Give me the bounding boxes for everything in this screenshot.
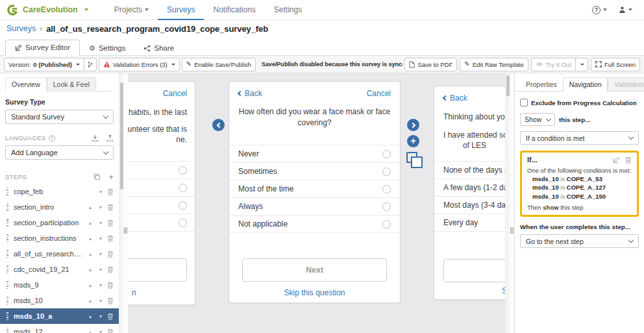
exclude-progress-checkbox[interactable] [520, 99, 528, 106]
try-it-out-caret-button[interactable] [575, 58, 588, 71]
nav-item-projects[interactable]: Projects [105, 0, 158, 20]
move-step-up-icon[interactable]: ▴ [85, 298, 95, 304]
tab-properties[interactable]: Properties [520, 78, 563, 91]
move-step-down-icon[interactable]: ▾ [95, 220, 106, 226]
drag-handle-icon[interactable] [6, 203, 8, 211]
condition-mode-select[interactable]: If a condition is met [520, 131, 639, 145]
nav-item-surveys[interactable]: Surveys [158, 0, 204, 20]
answer-option-row[interactable]: Most days (3-4 days [434, 196, 505, 214]
step-row[interactable]: cdc_covid_19_21 ▴ ▾ [0, 262, 119, 277]
step-row[interactable]: section_intro ▴ ▾ [0, 199, 119, 215]
drag-handle-icon[interactable] [6, 234, 8, 242]
answer-option-row[interactable]: Every day [434, 214, 505, 231]
user-menu[interactable] [619, 6, 632, 14]
tab-settings[interactable]: ⚙ Settings [80, 41, 134, 55]
duplicate-step-button[interactable] [406, 152, 421, 166]
move-step-down-icon[interactable]: ▾ [95, 204, 106, 210]
radio-button[interactable] [382, 203, 391, 211]
drag-handle-icon[interactable] [6, 281, 8, 289]
drag-handle-icon[interactable] [6, 328, 8, 333]
version-dropdown-button[interactable]: Version:0 (Published) [4, 58, 84, 71]
move-step-down-icon[interactable]: ▾ [95, 329, 106, 333]
move-step-down-icon[interactable]: ▾ [95, 282, 106, 288]
trash-icon[interactable] [107, 235, 114, 242]
move-step-down-icon[interactable]: ▾ [95, 298, 106, 304]
tab-share[interactable]: Share [134, 41, 183, 55]
trash-icon[interactable] [107, 251, 114, 258]
answer-option-row[interactable]: Never [229, 145, 400, 162]
drag-handle-icon[interactable] [6, 188, 8, 195]
survey-type-select[interactable]: Standard Survey [5, 110, 114, 124]
step-row[interactable]: msds_12 ▴ ▾ [0, 324, 119, 333]
tab-look-and-feel[interactable]: Look & Feel [47, 77, 96, 91]
answer-option-row[interactable]: A few days (1-2 day [434, 179, 505, 196]
add-step-button[interactable]: + [407, 135, 419, 147]
answer-option-row[interactable]: None of the days (0 [434, 161, 505, 179]
cancel-link[interactable]: Cancel [367, 89, 391, 98]
tab-overview[interactable]: Overview [5, 77, 47, 92]
radio-button[interactable] [382, 185, 391, 193]
try-it-out-button[interactable]: Try It Out [531, 58, 576, 71]
move-step-up-icon[interactable]: ▴ [85, 220, 95, 226]
back-link[interactable]: Back [238, 89, 262, 98]
answer-option-row[interactable] [128, 161, 195, 179]
help-menu[interactable]: ? [592, 6, 607, 14]
step-row[interactable]: section_participation ▴ ▾ [0, 215, 119, 230]
enable-save-publish-button[interactable]: ✎ Enable Save/Publish [182, 58, 256, 71]
step-row[interactable]: msds_9 ▴ ▾ [0, 277, 119, 293]
move-step-down-icon[interactable]: ▾ [95, 236, 106, 241]
move-step-up-icon[interactable]: ▴ [85, 267, 95, 273]
answer-option-row[interactable] [128, 196, 195, 214]
upload-icon[interactable] [106, 134, 114, 142]
radio-button[interactable] [382, 150, 391, 158]
resize-grip[interactable] [124, 227, 127, 234]
trash-icon[interactable] [107, 188, 114, 195]
trash-icon[interactable] [107, 297, 114, 304]
next-button-partial[interactable] [443, 259, 505, 282]
step-row[interactable]: all_of_us_research_program... ▴ ▾ [0, 246, 119, 262]
tab-survey-editor[interactable]: Survey Editor [5, 40, 80, 56]
drag-handle-icon[interactable] [6, 312, 8, 320]
skip-question-link[interactable]: Skip this question [229, 288, 400, 297]
completes-select[interactable]: Go to the next step [520, 234, 639, 248]
radio-button[interactable] [179, 219, 187, 227]
brand-menu[interactable]: CareEvolution [6, 4, 88, 16]
validation-errors-button[interactable]: Validation Errors (3) [99, 58, 180, 71]
trash-icon[interactable] [625, 156, 632, 164]
step-row[interactable]: section_instructions ▴ ▾ [0, 230, 119, 246]
nav-item-notifications[interactable]: Notifications [204, 0, 264, 20]
drag-handle-icon[interactable] [6, 250, 8, 258]
step-row[interactable]: cope_feb ▴ ▾ [0, 184, 119, 199]
step-row[interactable]: msds_10 ▴ ▾ [0, 293, 119, 308]
radio-button[interactable] [179, 184, 187, 192]
move-step-up-icon[interactable]: ▴ [85, 251, 95, 257]
breadcrumb-surveys-link[interactable]: Surveys [6, 24, 36, 33]
move-step-up-icon[interactable]: ▴ [85, 329, 95, 333]
trash-icon[interactable] [107, 219, 114, 227]
answer-option-row[interactable] [128, 214, 195, 231]
drag-handle-icon[interactable] [6, 297, 8, 304]
move-step-down-icon[interactable]: ▾ [95, 189, 106, 195]
trash-icon[interactable] [107, 313, 114, 320]
move-step-up-icon[interactable]: ▴ [85, 282, 95, 288]
move-step-up-icon[interactable]: ▴ [85, 236, 95, 241]
move-step-down-icon[interactable]: ▾ [95, 251, 106, 257]
copy-steps-icon[interactable] [93, 173, 101, 180]
move-step-up-icon[interactable]: ▴ [85, 204, 95, 210]
answer-option-row[interactable]: Most of the time [229, 180, 400, 197]
trash-icon[interactable] [107, 266, 114, 273]
add-language-select[interactable]: Add Language [5, 145, 114, 160]
edit-raw-template-button[interactable]: ✎ Edit Raw Template [460, 58, 528, 71]
back-link[interactable]: Back [443, 93, 467, 103]
move-step-up-icon[interactable]: ▴ [85, 314, 95, 319]
previous-step-button[interactable] [212, 119, 225, 131]
resize-grip[interactable] [510, 227, 514, 234]
add-step-icon[interactable]: + [108, 173, 114, 181]
radio-button[interactable] [382, 167, 391, 176]
trash-icon[interactable] [107, 328, 114, 333]
version-history-button[interactable] [84, 58, 97, 71]
answer-option-row[interactable]: Always [229, 197, 400, 215]
next-step-button[interactable] [407, 119, 419, 131]
download-icon[interactable] [92, 134, 99, 142]
drag-handle-icon[interactable] [6, 265, 8, 273]
